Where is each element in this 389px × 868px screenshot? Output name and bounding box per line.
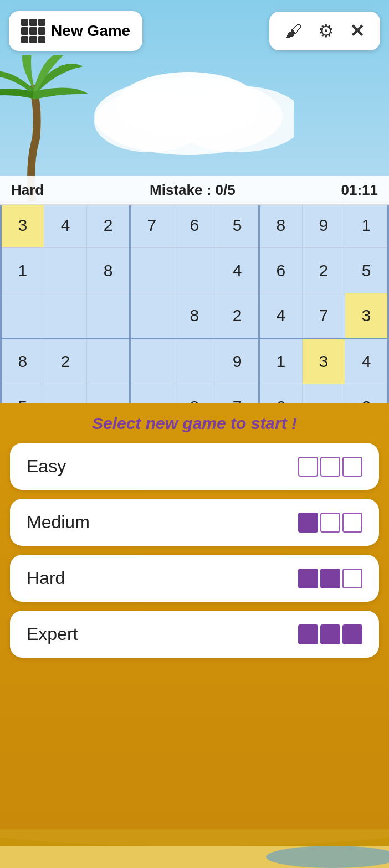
sudoku-cell[interactable]: 1	[1, 248, 44, 293]
sudoku-cell[interactable]: 1	[345, 203, 388, 248]
easy-label: Easy	[27, 456, 66, 477]
gear-icon: ⚙	[318, 20, 334, 42]
expert-star-1	[298, 624, 318, 644]
sudoku-cell[interactable]: 4	[345, 339, 388, 384]
easy-button[interactable]: Easy	[10, 443, 379, 490]
expert-button[interactable]: Expert	[10, 611, 379, 658]
hard-button[interactable]: Hard	[10, 555, 379, 602]
grid-icon	[21, 19, 45, 43]
sudoku-cell[interactable]	[44, 248, 87, 293]
sudoku-cell[interactable]: 2	[216, 293, 259, 339]
sudoku-cell[interactable]: 1	[259, 339, 302, 384]
medium-button[interactable]: Medium	[10, 499, 379, 546]
sudoku-cell[interactable]: 9	[302, 203, 345, 248]
sudoku-cell[interactable]: 4	[44, 203, 87, 248]
sudoku-cell[interactable]: 2	[44, 339, 87, 384]
sudoku-cell[interactable]: 8	[1, 339, 44, 384]
timer: 01:11	[341, 182, 378, 199]
difficulty-label: Hard	[11, 182, 44, 199]
cloud-decoration	[83, 66, 294, 155]
easy-stars	[298, 457, 362, 477]
sudoku-cell[interactable]	[130, 248, 173, 293]
expert-star-2	[320, 624, 340, 644]
hard-label: Hard	[27, 568, 65, 588]
status-bar: Hard Mistake : 0/5 01:11	[0, 176, 389, 205]
select-prompt: Select new game to start !	[92, 414, 297, 433]
sudoku-cell[interactable]: 6	[173, 203, 216, 248]
paint-button[interactable]: 🖌	[277, 17, 310, 45]
hard-star-2	[320, 569, 340, 588]
svg-point-3	[116, 72, 260, 138]
sudoku-cell[interactable]	[130, 293, 173, 339]
easy-star-3	[342, 457, 362, 477]
overlay-panel: Select new game to start ! Easy Medium H…	[0, 403, 389, 868]
beach-decoration	[0, 829, 389, 868]
paint-icon: 🖌	[285, 21, 303, 42]
hard-star-3	[342, 569, 362, 588]
medium-stars	[298, 513, 362, 533]
expert-star-3	[342, 624, 362, 644]
expert-label: Expert	[27, 624, 78, 644]
sudoku-cell[interactable]: 3	[345, 293, 388, 339]
sudoku-cell[interactable]	[87, 293, 130, 339]
sudoku-cell[interactable]	[173, 339, 216, 384]
sudoku-cell[interactable]: 6	[259, 248, 302, 293]
hard-star-1	[298, 569, 318, 588]
sudoku-cell[interactable]: 7	[130, 203, 173, 248]
medium-star-1	[298, 513, 318, 533]
sudoku-grid: 3427658911846258247382913458762	[0, 202, 389, 430]
sudoku-cell[interactable]: 4	[259, 293, 302, 339]
sudoku-cell[interactable]	[1, 293, 44, 339]
expert-stars	[298, 624, 362, 644]
medium-star-3	[342, 513, 362, 533]
sudoku-cell[interactable]: 8	[259, 203, 302, 248]
sudoku-cell[interactable]	[130, 339, 173, 384]
sudoku-cell[interactable]: 4	[216, 248, 259, 293]
sudoku-cell[interactable]	[44, 293, 87, 339]
easy-star-2	[320, 457, 340, 477]
medium-label: Medium	[27, 512, 90, 533]
close-button[interactable]: ✕	[342, 17, 372, 45]
new-game-button[interactable]: New Game	[9, 11, 142, 51]
sudoku-cell[interactable]: 3	[1, 203, 44, 248]
sudoku-cell[interactable]	[87, 339, 130, 384]
header: New Game 🖌 ⚙ ✕	[9, 11, 380, 51]
easy-star-1	[298, 457, 318, 477]
sudoku-cell[interactable]: 5	[345, 248, 388, 293]
settings-button[interactable]: ⚙	[310, 17, 342, 45]
sudoku-cell[interactable]: 5	[216, 203, 259, 248]
sudoku-cell[interactable]	[173, 248, 216, 293]
mistake-counter: Mistake : 0/5	[150, 182, 236, 199]
sudoku-cell[interactable]: 3	[302, 339, 345, 384]
close-icon: ✕	[350, 20, 365, 42]
sudoku-cell[interactable]: 8	[173, 293, 216, 339]
hard-stars	[298, 569, 362, 588]
sudoku-cell[interactable]: 9	[216, 339, 259, 384]
medium-star-2	[320, 513, 340, 533]
sudoku-cell[interactable]: 2	[87, 203, 130, 248]
sudoku-table: 3427658911846258247382913458762	[0, 202, 389, 430]
sudoku-cell[interactable]: 8	[87, 248, 130, 293]
header-actions: 🖌 ⚙ ✕	[269, 12, 380, 50]
sudoku-cell[interactable]: 7	[302, 293, 345, 339]
sudoku-cell[interactable]: 2	[302, 248, 345, 293]
new-game-label: New Game	[51, 22, 130, 40]
